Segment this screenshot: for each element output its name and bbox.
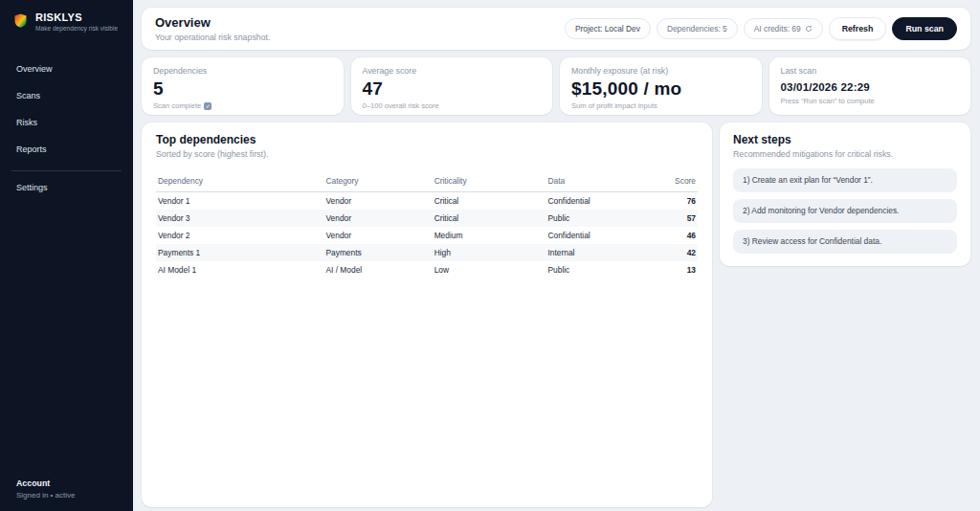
app-root: RISKLYS Make dependency risk visible Ove… — [0, 0, 980, 511]
dependencies-chip-label: Dependencies: 5 — [667, 24, 727, 33]
project-chip-label: Project: Local Dev — [575, 24, 640, 33]
stat-sub-text: 0–100 overall risk score — [363, 101, 439, 110]
table-cell: Critical — [433, 192, 546, 211]
sidebar: RISKLYS Make dependency risk visible Ove… — [0, 0, 133, 511]
brand-shield-icon — [12, 12, 29, 29]
column-header-score: Score — [655, 171, 698, 192]
stat-value: 47 — [363, 78, 542, 99]
stat-label: Dependencies — [153, 66, 332, 76]
next-step-item: 3) Review access for Confidential data. — [733, 230, 957, 254]
stat-card-last-scan: Last scan 03/01/2026 22:29 Press “Run sc… — [769, 57, 971, 115]
stat-sub: Sum of profit impact inputs — [571, 101, 750, 110]
refresh-button[interactable]: Refresh — [829, 17, 887, 40]
project-chip[interactable]: Project: Local Dev — [565, 18, 651, 39]
content-row: Top dependencies Sorted by score (highes… — [142, 122, 970, 507]
stat-sub-text: Scan complete — [153, 101, 201, 110]
column-header-dependency: Dependency — [156, 171, 323, 192]
column-header-data: Data — [546, 171, 655, 192]
table-cell: 57 — [655, 210, 698, 227]
stat-card-average-score: Average score 47 0–100 overall risk scor… — [351, 57, 553, 115]
table-row: AI Model 1AI / ModelLowPublic13 — [156, 261, 698, 278]
table-cell: Vendor — [323, 210, 432, 227]
table-cell: Public — [546, 210, 655, 227]
account-status: Signed in • active — [16, 491, 133, 500]
ai-credits-chip[interactable]: AI credits: 69 — [744, 18, 823, 39]
sidebar-divider — [11, 170, 122, 171]
sidebar-item-reports[interactable]: Reports — [0, 136, 133, 163]
sidebar-nav: OverviewScansRisksReports — [0, 56, 133, 163]
top-dependencies-card: Top dependencies Sorted by score (highes… — [142, 122, 712, 507]
next-step-item: 1) Create an exit plan for “Vendor 1”. — [733, 168, 957, 192]
main-content: Overview Your operational risk snapshot.… — [133, 0, 980, 511]
next-steps-card: Next steps Recommended mitigations for c… — [720, 122, 970, 266]
table-cell: Vendor 2 — [156, 227, 323, 244]
table-cell: Vendor 1 — [156, 192, 323, 211]
table-cell: Vendor — [323, 227, 432, 244]
table-row: Vendor 3VendorCriticalPublic57 — [156, 210, 698, 227]
stat-card-monthly-exposure: Monthly exposure (at risk) $15,000 / mo … — [560, 57, 762, 115]
dependencies-table-wrap: DependencyCategoryCriticalityDataScore V… — [156, 171, 698, 278]
table-cell: AI Model 1 — [156, 261, 323, 278]
table-body: Vendor 1VendorCriticalConfidential76Vend… — [156, 192, 698, 279]
stat-sub: Scan complete ✓ — [153, 101, 332, 110]
stat-label: Monthly exposure (at risk) — [571, 66, 750, 76]
table-head: DependencyCategoryCriticalityDataScore — [156, 171, 698, 192]
next-steps-title: Next steps — [733, 134, 957, 146]
top-dependencies-subtitle: Sorted by score (highest first). — [156, 149, 698, 159]
next-step-item: 2) Add monitoring for Vendor dependencie… — [733, 199, 957, 223]
sidebar-item-risks[interactable]: Risks — [0, 109, 133, 136]
next-steps-subtitle: Recommended mitigations for critical ris… — [733, 149, 957, 159]
stat-sub-text: Press “Run scan” to compute — [781, 97, 875, 105]
page-subtitle: Your operational risk snapshot. — [155, 33, 270, 42]
stat-label: Average score — [363, 66, 542, 76]
table-cell: Vendor 3 — [156, 210, 323, 227]
stat-value: $15,000 / mo — [571, 78, 750, 99]
brand: RISKLYS Make dependency risk visible — [0, 11, 133, 33]
sidebar-item-scans[interactable]: Scans — [0, 82, 133, 109]
stat-card-dependencies: Dependencies 5 Scan complete ✓ — [142, 57, 344, 115]
refresh-cycle-icon — [805, 25, 813, 33]
table-cell: 42 — [655, 244, 698, 261]
table-cell: Critical — [433, 210, 546, 227]
table-cell: 13 — [655, 261, 698, 278]
table-cell: Payments 1 — [156, 244, 323, 261]
account-title: Account — [16, 478, 133, 488]
table-row: Vendor 2VendorMediumConfidential46 — [156, 227, 698, 244]
table-cell: Medium — [433, 227, 546, 244]
dependencies-table: DependencyCategoryCriticalityDataScore V… — [156, 171, 698, 278]
ai-credits-chip-label: AI credits: 69 — [754, 24, 801, 33]
table-cell: Payments — [323, 244, 432, 261]
table-cell: Confidential — [546, 227, 655, 244]
table-cell: Internal — [546, 244, 655, 261]
table-cell: Vendor — [323, 192, 432, 211]
brand-text: RISKLYS Make dependency risk visible — [35, 11, 118, 33]
table-cell: 46 — [655, 227, 698, 244]
page-title: Overview — [155, 16, 270, 30]
brand-name: RISKLYS — [35, 11, 118, 23]
table-cell: 76 — [655, 192, 698, 211]
table-row: Payments 1PaymentsHighInternal42 — [156, 244, 698, 261]
stat-sub: 0–100 overall risk score — [363, 101, 542, 110]
table-cell: Low — [433, 261, 546, 278]
stat-label: Last scan — [781, 66, 960, 76]
table-cell: Confidential — [546, 192, 655, 211]
stat-sub-text: Sum of profit impact inputs — [571, 101, 657, 110]
brand-tagline: Make dependency risk visible — [35, 25, 118, 33]
table-row: Vendor 1VendorCriticalConfidential76 — [156, 192, 698, 211]
sidebar-item-overview[interactable]: Overview — [0, 56, 133, 82]
table-cell: Public — [546, 261, 655, 278]
header-actions: Project: Local DevDependencies: 5AI cred… — [565, 17, 957, 40]
column-header-criticality: Criticality — [433, 171, 546, 192]
table-cell: AI / Model — [323, 261, 432, 278]
stat-sub: Press “Run scan” to compute — [781, 97, 960, 105]
column-header-category: Category — [323, 171, 432, 192]
stats-row: Dependencies 5 Scan complete ✓ Average s… — [142, 57, 970, 115]
account-section[interactable]: Account Signed in • active — [0, 473, 133, 505]
page-header-titles: Overview Your operational risk snapshot. — [155, 16, 270, 42]
check-icon: ✓ — [204, 102, 212, 110]
run-scan-button[interactable]: Run scan — [892, 17, 957, 40]
stat-value: 5 — [153, 78, 332, 99]
dependencies-chip[interactable]: Dependencies: 5 — [657, 18, 738, 39]
sidebar-item-settings[interactable]: Settings — [0, 174, 133, 201]
page-header: Overview Your operational risk snapshot.… — [142, 8, 970, 50]
